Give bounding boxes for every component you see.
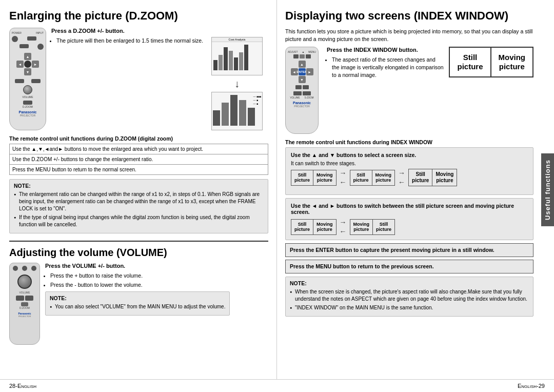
dzoom-note-title: NOTE: xyxy=(14,183,264,189)
func-row-3: Press the MENU button to return to the n… xyxy=(10,165,268,175)
index-remote: ADJUST▲MENU ▲ ◄ ENTER xyxy=(285,47,319,134)
enter-btn[interactable]: ENTER xyxy=(299,68,306,75)
stage3-moving: Moving picture xyxy=(432,169,457,186)
right-arrow-2: → xyxy=(398,169,405,177)
chart-title: Cost Analysis xyxy=(212,37,262,42)
index-note2: "INDEX WINDOW" on the MAIN MENU is the s… xyxy=(290,304,529,311)
vol-instructions: Press the VOLUME +/- button. Press the +… xyxy=(45,263,230,316)
vol-dial[interactable] xyxy=(23,85,32,94)
bar4 xyxy=(229,51,233,70)
switch-arrows: → ← xyxy=(340,218,347,236)
func-cell-2: Use the D.ZOOM +/- buttons to change the… xyxy=(10,154,268,165)
menu-btn[interactable] xyxy=(306,54,311,58)
moving-label: Moving xyxy=(499,53,526,62)
vol-sm-btn1[interactable] xyxy=(13,266,18,271)
index-note-box: NOTE: When the screen size is changed, t… xyxy=(285,277,533,317)
vol-btns xyxy=(16,296,33,301)
stage2-still: Still picture xyxy=(350,170,372,186)
projector-text: PROJECTOR xyxy=(20,114,36,117)
vol-plus[interactable] xyxy=(16,296,24,301)
dpad-left[interactable]: ◄ xyxy=(16,61,24,68)
func-cell-1: Use the ▲,▼,◄and► buttons to move the en… xyxy=(10,144,268,154)
index-note1: When the screen size is changed, the pic… xyxy=(290,288,529,303)
panasonic-logo: Panasonic xyxy=(18,110,36,114)
dzoom-vol-btn[interactable] xyxy=(21,302,28,306)
dzoom-note1: The enlargement ratio can be changed wit… xyxy=(14,191,264,212)
dzoom-btn[interactable] xyxy=(23,101,32,105)
zbar5 xyxy=(248,108,255,126)
chart-bars xyxy=(212,42,262,70)
input-btn[interactable] xyxy=(27,36,36,41)
press-index: Press the INDEX WINDOW button. xyxy=(327,47,444,53)
vol-bullet2: Press the - button to lower the volume. xyxy=(50,281,230,289)
vol-minus[interactable] xyxy=(25,296,33,301)
vol-label: VOLUME xyxy=(19,291,30,294)
screen-stages: Still picture Moving picture → ← xyxy=(291,169,528,186)
s1-moving: Moving xyxy=(316,172,333,178)
keysto-idx[interactable] xyxy=(303,85,309,89)
dpad-enter[interactable] xyxy=(24,61,31,68)
index-intro: This function lets you store a picture w… xyxy=(285,28,533,43)
sw2-still: Still picture xyxy=(373,220,394,235)
vol-idx[interactable] xyxy=(293,91,302,95)
vol-sm-btn2[interactable] xyxy=(22,266,27,271)
power-btn[interactable] xyxy=(12,36,18,42)
switch-pair-1: Still picture Moving picture xyxy=(291,219,337,236)
footer-right: English-29 xyxy=(518,383,545,389)
menu-btn-sm[interactable] xyxy=(37,44,44,50)
vol-note-title: NOTE: xyxy=(50,295,225,301)
footer-left: 28-English xyxy=(9,383,36,389)
auto-btn[interactable] xyxy=(19,44,29,48)
bar5 xyxy=(234,57,238,70)
press-dzoom: Press a D.ZOOM +/- button. xyxy=(51,28,268,34)
bar3 xyxy=(224,47,228,70)
preset-idx[interactable] xyxy=(295,85,302,89)
index-right-side: Press the INDEX WINDOW button. The aspec… xyxy=(327,47,444,83)
up-btn[interactable] xyxy=(300,54,305,58)
index-note-title: NOTE: xyxy=(290,280,529,286)
stage1-still: Still picture xyxy=(291,170,313,186)
footer: 28-English English-29 xyxy=(0,379,554,392)
index-remote-area: ADJUST▲MENU ▲ ◄ ENTER xyxy=(285,47,533,134)
still-label: Still xyxy=(457,53,483,62)
vol-note-box: NOTE: You can also select "VOLUME" from … xyxy=(45,291,230,316)
updown-title: Use the ▲ and ▼ buttons to select a scre… xyxy=(291,152,528,158)
index-bullet1: The aspect ratio of the screen changes a… xyxy=(332,56,444,79)
adj-btn[interactable] xyxy=(293,54,299,58)
index-dpad: ▲ ◄ ENTER ► ▼ xyxy=(291,61,313,83)
zoom-chart-images: Cost Analysis ↓ xyxy=(211,37,263,130)
stage1-moving: Moving picture xyxy=(313,170,336,186)
dpad-right[interactable]: ► xyxy=(32,61,39,68)
dzoom-func-title: The remote control unit functions during… xyxy=(9,135,268,142)
still-moving-display: Still picture Moving picture xyxy=(449,47,533,77)
picture-label2: picture xyxy=(499,62,526,71)
dpad-up[interactable]: ▲ xyxy=(24,53,31,60)
dzoom-bullets: The picture will then be enlarged to 1.5… xyxy=(56,37,203,46)
vol-sm-btn3[interactable] xyxy=(31,266,36,271)
index-bullets: The aspect ratio of the screen changes a… xyxy=(332,56,444,79)
sw-left-arrow: ← xyxy=(340,227,347,236)
moving-cell: Moving picture xyxy=(491,48,533,76)
vol-knob[interactable] xyxy=(17,275,32,289)
left-column: Enlarging the picture (D.ZOOM) POWER INP… xyxy=(0,0,277,379)
dpad-down[interactable]: ▼ xyxy=(24,68,31,75)
dzoom-note-box: NOTE: The enlargement ratio can be chang… xyxy=(9,179,268,233)
right-col-inner: Displaying two screens (INDEX WINDOW) Th… xyxy=(285,9,546,317)
func-row-1: Use the ▲,▼,◄and► buttons to move the en… xyxy=(10,144,268,154)
sw-right-arrow: → xyxy=(340,218,347,226)
s1-still: Still xyxy=(294,172,310,178)
switch-text: It can switch to three stages. xyxy=(291,161,528,166)
keysto-btn[interactable] xyxy=(31,79,41,83)
still-cell: Still picture xyxy=(450,48,491,76)
menu-note: Press the MENU button to return to the p… xyxy=(285,260,533,273)
idx-dpad-down[interactable]: ▼ xyxy=(299,76,306,83)
stage-arrows-1: → ← xyxy=(340,169,347,186)
leftright-section: Use the ◄ and ► buttons to switch betwee… xyxy=(285,198,533,240)
s-zoom-idx[interactable] xyxy=(303,91,311,95)
section-divider xyxy=(9,241,268,242)
vol-bullets: Press the + button to raise the volume. … xyxy=(50,272,230,288)
preset-btn[interactable] xyxy=(15,79,24,83)
idx-dpad-up[interactable]: ▲ xyxy=(299,61,306,68)
right-column: Displaying two screens (INDEX WINDOW) Th… xyxy=(277,0,554,379)
idx-dpad-right[interactable]: ► xyxy=(306,68,313,75)
